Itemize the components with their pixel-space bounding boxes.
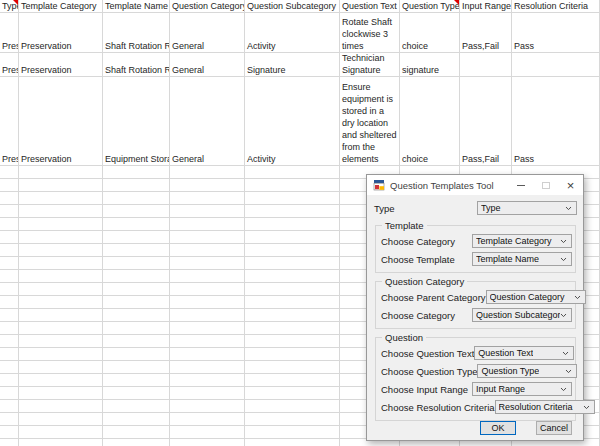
cell[interactable] — [0, 322, 19, 334]
cell[interactable] — [0, 244, 19, 256]
cell[interactable]: Shaft Rotation RO — [103, 13, 170, 52]
cell[interactable] — [170, 205, 245, 217]
cell[interactable] — [460, 53, 512, 76]
cell[interactable] — [19, 257, 103, 269]
cell[interactable] — [0, 192, 19, 204]
cell[interactable] — [0, 270, 19, 282]
cell[interactable] — [19, 413, 103, 425]
cell[interactable] — [245, 426, 340, 438]
cell[interactable] — [19, 270, 103, 282]
cell[interactable] — [245, 244, 340, 256]
cell[interactable] — [245, 387, 340, 399]
cell[interactable] — [19, 283, 103, 295]
cell[interactable] — [245, 296, 340, 308]
cell[interactable] — [245, 374, 340, 386]
cell[interactable] — [19, 205, 103, 217]
template-category-dropdown[interactable]: Template Category — [472, 234, 572, 248]
cell[interactable] — [103, 296, 170, 308]
cell[interactable]: Pass — [512, 13, 600, 52]
cell[interactable] — [103, 270, 170, 282]
cell[interactable] — [0, 439, 19, 446]
cell[interactable] — [103, 218, 170, 230]
cell[interactable] — [170, 257, 245, 269]
maximize-button[interactable] — [533, 175, 558, 195]
cell[interactable] — [103, 387, 170, 399]
cell[interactable] — [19, 400, 103, 412]
cell[interactable] — [0, 413, 19, 425]
cell[interactable] — [512, 53, 600, 76]
cell[interactable] — [170, 179, 245, 191]
cell[interactable] — [19, 192, 103, 204]
cell[interactable] — [170, 244, 245, 256]
cell[interactable] — [0, 166, 19, 178]
cell[interactable] — [170, 439, 245, 446]
cell[interactable]: General — [170, 77, 245, 165]
cell[interactable]: Prese — [0, 77, 19, 165]
column-header[interactable]: Type — [0, 0, 19, 12]
cell[interactable] — [245, 322, 340, 334]
cell[interactable] — [0, 296, 19, 308]
cell[interactable] — [19, 309, 103, 321]
cell[interactable]: Pass,Fail — [460, 13, 512, 52]
cell[interactable] — [170, 231, 245, 243]
input-range-dropdown[interactable]: Input Range — [472, 382, 572, 396]
cell[interactable]: Pass — [512, 77, 600, 165]
cell[interactable] — [170, 335, 245, 347]
cell[interactable]: choice — [400, 77, 460, 165]
question-category-dropdown[interactable]: Question Category — [486, 290, 586, 304]
column-header[interactable]: Template Category — [19, 0, 103, 12]
cell[interactable]: General — [170, 13, 245, 52]
cell[interactable] — [103, 244, 170, 256]
column-header[interactable]: Question Text — [340, 0, 400, 12]
cell[interactable] — [19, 322, 103, 334]
cell[interactable]: Preservation — [19, 53, 103, 76]
cell[interactable] — [245, 335, 340, 347]
cell[interactable] — [0, 283, 19, 295]
cell[interactable] — [0, 374, 19, 386]
cell[interactable] — [170, 270, 245, 282]
question-text-dropdown[interactable]: Question Text — [474, 346, 574, 360]
cell[interactable]: Pass,Fail — [460, 77, 512, 165]
cell[interactable] — [170, 166, 245, 178]
cell[interactable] — [19, 348, 103, 360]
cell[interactable] — [0, 361, 19, 373]
type-dropdown[interactable]: Type — [477, 201, 577, 215]
column-header[interactable]: Template Name — [103, 0, 170, 12]
cell[interactable] — [103, 322, 170, 334]
cell[interactable] — [245, 283, 340, 295]
cell[interactable] — [0, 231, 19, 243]
cell[interactable] — [170, 322, 245, 334]
cell[interactable] — [19, 361, 103, 373]
cell[interactable] — [19, 179, 103, 191]
cell[interactable] — [245, 192, 340, 204]
cell[interactable] — [19, 166, 103, 178]
cell[interactable] — [0, 218, 19, 230]
cell[interactable] — [0, 309, 19, 321]
cell[interactable] — [0, 426, 19, 438]
cell[interactable]: Prese — [0, 13, 19, 52]
cell[interactable] — [103, 192, 170, 204]
cell[interactable] — [103, 426, 170, 438]
minimize-button[interactable] — [508, 175, 533, 195]
dialog-titlebar[interactable]: Question Templates Tool × — [367, 175, 583, 195]
cell[interactable] — [103, 283, 170, 295]
cell[interactable] — [103, 374, 170, 386]
close-button[interactable]: × — [558, 175, 583, 195]
cell[interactable] — [245, 218, 340, 230]
cell[interactable]: Ensure equipment is stored in a dry loca… — [340, 77, 400, 165]
cell[interactable] — [245, 309, 340, 321]
cell[interactable] — [245, 231, 340, 243]
cell[interactable] — [19, 218, 103, 230]
cell[interactable]: signature — [400, 53, 460, 76]
cell[interactable]: Preservation — [19, 13, 103, 52]
question-type-dropdown[interactable]: Question Type — [477, 364, 577, 378]
cell[interactable] — [19, 296, 103, 308]
cell[interactable]: Prese — [0, 53, 19, 76]
cell[interactable] — [103, 205, 170, 217]
cell[interactable] — [103, 257, 170, 269]
cell[interactable] — [103, 413, 170, 425]
cell[interactable] — [19, 374, 103, 386]
cell[interactable] — [0, 179, 19, 191]
cell[interactable] — [245, 439, 340, 446]
cell[interactable] — [245, 205, 340, 217]
